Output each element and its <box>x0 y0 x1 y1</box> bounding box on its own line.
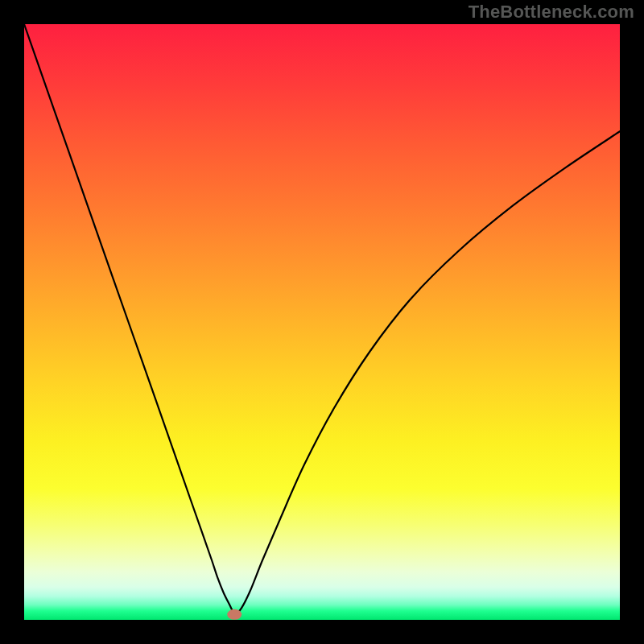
minimum-marker <box>227 609 242 620</box>
chart-frame: TheBottleneck.com <box>0 0 644 644</box>
chart-svg <box>24 24 620 620</box>
plot-area <box>24 24 620 620</box>
bottleneck-curve <box>24 24 620 614</box>
watermark-text: TheBottleneck.com <box>469 2 634 23</box>
